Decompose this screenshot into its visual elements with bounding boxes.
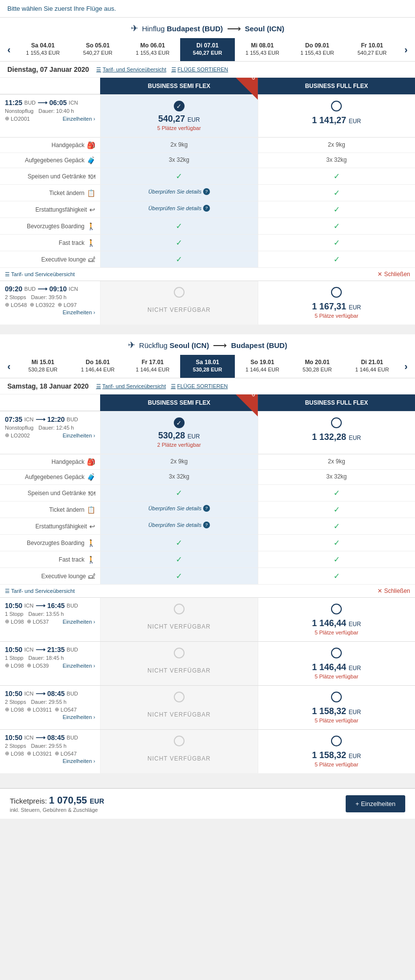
rueck-date-0[interactable]: Mi 15.01 530,28 EUR [16, 355, 70, 378]
radio-full-2[interactable] [331, 287, 342, 298]
rueck-date-5[interactable]: Mo 20.01 530,28 EUR [290, 355, 345, 378]
rueck-service-speisen: Speisen und Getränke 🍽 ✓ ✓ [0, 484, 415, 501]
fare-semi-flight1[interactable]: 540,27 EUR 5 Plätze verfügbar [100, 95, 258, 137]
rueck-erstattung-semi: Überprüfen Sie details ? [100, 518, 258, 534]
flight-code-2c: LO97 [63, 302, 77, 308]
avail-full-2: 5 Plätze verfügbar [263, 313, 411, 319]
fasttrack-label: Fast track [59, 240, 84, 246]
rueck-extra-details-4[interactable]: Einzelheiten › [62, 758, 95, 764]
hinflug-close-link[interactable]: ✕ Schließen [377, 271, 410, 278]
rueckflug-to: Budapest (BUD) [231, 341, 287, 349]
rueck-lounge-semi: ✓ [100, 568, 258, 584]
rueck-fasttrack-icon: 🚶 [87, 556, 95, 564]
erstattung-full: ✓ [258, 201, 415, 218]
price-semi-1: 540,27 [158, 114, 185, 124]
tariff-link[interactable]: ☰ Tarif- und Serviceübersicht [96, 66, 166, 73]
rueck-fare-semi-1[interactable]: 530,28 EUR 2 Plätze verfügbar [100, 412, 258, 454]
date-item-6[interactable]: Fr 10.01 540,27 EUR [345, 38, 399, 61]
duration-2: Dauer: 39:50 h [31, 294, 66, 300]
next-date-btn[interactable]: › [399, 40, 413, 59]
rueck-radio-selected-1[interactable] [174, 417, 185, 428]
rueck-next-btn[interactable]: › [399, 357, 413, 376]
flight-code-2a: LO548 [11, 302, 27, 308]
details-btn[interactable]: + Einzelheiten [346, 795, 405, 812]
rueck-extra-full-3[interactable]: 1 158,32 EUR 5 Plätze verfügbar [258, 686, 415, 729]
rueck-extra-info-2: 10:50 ICN ⟶ 21:35 BUD 1 Stopp Dauer: 18:… [0, 642, 100, 685]
rueck-date-2[interactable]: Fr 17.01 1 146,44 EUR [125, 355, 180, 378]
fare-full-flight2[interactable]: 1 167,31 EUR 5 Plätze verfügbar [258, 281, 415, 325]
rueck-extra-full-1[interactable]: 1 146,44 EUR 5 Plätze verfügbar [258, 598, 415, 641]
rueck-dep-code-1: ICN [24, 416, 34, 422]
speisen-icon: 🍽 [88, 173, 95, 180]
rueck-date-1[interactable]: Do 16.01 1 146,44 EUR [70, 355, 125, 378]
rueck-extra-details-2[interactable]: Einzelheiten › [62, 663, 95, 669]
rueck-lounge-label: Executive lounge [42, 573, 86, 580]
stop-type-1: Nonstopflug [5, 108, 34, 114]
date-item-4[interactable]: Mi 08.01 1 155,43 EUR [235, 38, 290, 61]
rueck-prev-btn[interactable]: ‹ [2, 357, 16, 376]
rueckflug-day-section: Samstag, 18 Januar 2020 ☰ Tarif- und Ser… [0, 378, 415, 773]
rueck-boarding-full: ✓ [258, 535, 415, 551]
date-item-2[interactable]: Mo 06.01 1 155,43 EUR [125, 38, 180, 61]
rueck-sort-link[interactable]: ☰ FLÜGE SORTIEREN [171, 383, 228, 390]
stop-type-2: 2 Stopps [5, 294, 26, 300]
rueckflug-date-nav: ‹ Mi 15.01 530,28 EUR Do 16.01 1 146,44 … [0, 355, 415, 378]
rueck-handgepaeck-label: Handgepäck [52, 458, 84, 465]
arr-code-2: ICN [69, 286, 78, 292]
rueck-close-link[interactable]: ✕ Schließen [377, 588, 410, 594]
handgepaeck-label: Handgepäck [52, 142, 84, 149]
arrow-2: ⟶ [38, 285, 47, 293]
rueck-fare-full-1[interactable]: 1 132,28 EUR [258, 412, 415, 454]
date-item-0[interactable]: Sa 04.01 1 155,43 EUR [16, 38, 70, 61]
date-item-1[interactable]: So 05.01 540,27 EUR [70, 38, 125, 61]
rueck-extra-full-2[interactable]: 1 146,44 EUR 5 Plätze verfügbar [258, 642, 415, 685]
details-link-2[interactable]: Einzelheiten › [62, 309, 95, 315]
fare-full-flight1[interactable]: 1 141,27 EUR [258, 95, 415, 137]
aufgegebenes-icon: 🧳 [87, 156, 95, 164]
hinflug-tariff-link-bottom[interactable]: ☰ Tarif- und Serviceübersicht [5, 271, 75, 278]
aufgegebenes-full: 3x 32kg [258, 153, 415, 168]
rueck-tariff-link[interactable]: ☰ Tarif- und Serviceübersicht [96, 383, 166, 390]
arrow-1: ⟶ [38, 99, 47, 107]
speisen-full: ✓ [258, 168, 415, 184]
rueck-extra-flight-3: 10:50 ICN ⟶ 08:45 BUD 2 Stopps Dauer: 29… [0, 685, 415, 729]
rueckflug-label: Rückflug Seoul (ICN) [139, 341, 209, 349]
sort-link[interactable]: ☰ FLÜGE SORTIEREN [171, 66, 228, 73]
rueck-handgepaeck-full: 2x 9kg [258, 455, 415, 469]
rueck-lounge-icon: 🛋 [88, 572, 95, 580]
date-item-5[interactable]: Do 09.01 1 155,43 EUR [290, 38, 345, 61]
details-link-1[interactable]: Einzelheiten › [62, 116, 95, 122]
rueck-flight-code-1: LO2002 [11, 433, 30, 438]
fasttrack-full: ✓ [258, 235, 415, 251]
radio-selected-1[interactable] [174, 101, 185, 111]
prev-date-btn[interactable]: ‹ [2, 40, 16, 59]
airline-icon-1: ⊕ [5, 115, 9, 122]
rueck-service-aufgegebenes: Aufgegebenes Gepäck 🧳 3x 32kg 3x 32kg [0, 469, 415, 484]
rueck-extra-details-1[interactable]: Einzelheiten › [62, 619, 95, 625]
rueck-date-6[interactable]: Di 21.01 1 146,44 EUR [345, 355, 399, 378]
rueck-extra-semi-3: NICHT VERFÜGBAR [100, 686, 258, 729]
top-instruction: Bitte wählen Sie zuerst Ihre Flüge aus. [0, 0, 415, 18]
rueck-aufgegebenes-icon: 🧳 [87, 473, 95, 481]
rueck-details-link-1[interactable]: Einzelheiten › [62, 433, 95, 438]
rueck-radio-unselected-1[interactable] [331, 417, 342, 428]
rueck-aufgegebenes-label: Aufgegebenes Gepäck [25, 474, 84, 480]
hinflug-service-rows: Handgepäck 🎒 2x 9kg 2x 9kg Aufgegebenes … [0, 137, 415, 267]
service-lounge: Executive lounge 🛋 ✓ ✓ [0, 251, 415, 267]
ticket-price-value: 1 070,55 EUR [49, 795, 104, 806]
rueck-tariff-link-bottom[interactable]: ☰ Tarif- und Serviceübersicht [5, 588, 75, 594]
bottom-divider [0, 773, 415, 788]
date-item-3[interactable]: Di 07.01 540,27 EUR [180, 38, 235, 61]
rueck-extra-details-3[interactable]: Einzelheiten › [62, 714, 95, 720]
hinflug-flight-info-1: 11:25 BUD ⟶ 06:05 ICN Nonstopflug Dauer:… [0, 95, 100, 137]
rueck-date-3[interactable]: Sa 18.01 530,28 EUR [180, 355, 235, 378]
rueck-date-4[interactable]: So 19.01 1 146,44 EUR [235, 355, 290, 378]
radio-unselected-1[interactable] [331, 101, 342, 111]
rueck-aufgegebenes-semi: 3x 32kg [100, 470, 258, 484]
ticket-price-block: Ticketpreis: 1 070,55 EUR inkl. Steuern,… [10, 795, 104, 813]
service-handgepaeck: Handgepäck 🎒 2x 9kg 2x 9kg [0, 137, 415, 152]
rueck-stop-type-1: Nonstopflug [5, 425, 34, 431]
rueck-dep-time-1: 07:35 [5, 415, 22, 423]
rueck-extra-full-4[interactable]: 1 158,32 EUR 5 Plätze verfügbar [258, 730, 415, 773]
hinflug-section: ✈ Hinflug Budapest (BUD) ⟶ Seoul (ICN) ‹… [0, 18, 415, 325]
